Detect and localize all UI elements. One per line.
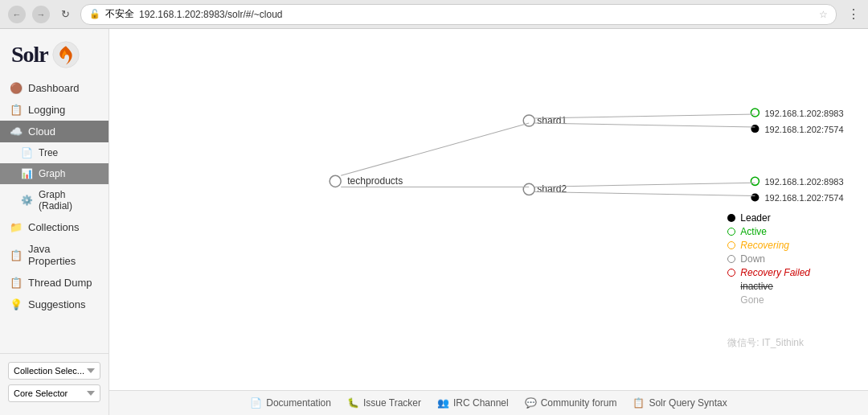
svg-text:shard2: shard2: [537, 183, 567, 195]
gone-label: Gone: [740, 294, 764, 306]
sidebar-item-suggestions[interactable]: 💡 Suggestions: [0, 294, 108, 315]
down-label: Down: [740, 253, 765, 265]
active-label: Active: [740, 226, 767, 237]
svg-line-19: [534, 183, 755, 187]
svg-text:192.168.1.202:7574: 192.168.1.202:7574: [764, 193, 843, 203]
legend: Leader Active Recovering Down Recovery F…: [718, 206, 820, 314]
svg-point-9: [751, 109, 759, 117]
suggestions-icon: 💡: [10, 298, 23, 310]
refresh-button[interactable]: ↻: [56, 6, 74, 23]
sidebar-nav: 🟤 Dashboard 📋 Logging ☁️ Cloud 📄 Tree 📊: [0, 77, 108, 353]
legend-item-recovery-failed: Recovery Failed: [727, 267, 810, 278]
browser-chrome: ← → ↻ 🔓 不安全 192.168.1.202:8983/solr/#/~c…: [0, 0, 868, 29]
svg-point-17: [751, 193, 759, 201]
footer-community-forum[interactable]: 💬 Community forum: [525, 397, 617, 409]
graph-icon: 📊: [21, 168, 33, 179]
leader-label: Leader: [740, 212, 770, 224]
main-content: techproducts shard1 shard2 192.168.1.202…: [109, 29, 868, 415]
recovering-label: Recovering: [740, 240, 789, 251]
security-icon: 🔓: [89, 9, 100, 19]
documentation-icon: 📄: [250, 397, 262, 409]
graph-area: techproducts shard1 shard2 192.168.1.202…: [109, 29, 868, 390]
sidebar-item-java-properties[interactable]: 📋 Java Properties: [0, 238, 108, 272]
legend-item-leader: Leader: [727, 212, 810, 224]
svg-point-11: [751, 125, 759, 133]
tree-icon: 📄: [21, 147, 33, 158]
dashboard-icon: 🟤: [10, 82, 23, 94]
sidebar: Solr 🟤 Dashboard 📋 Logging ☁️ Cloud: [0, 29, 109, 415]
sidebar-footer: Collection Selec... Core Selector: [0, 353, 108, 415]
recovery-failed-circle: [727, 269, 735, 277]
footer-solr-query-syntax[interactable]: 📋 Solr Query Syntax: [633, 397, 727, 409]
logging-icon: 📋: [10, 104, 23, 116]
sidebar-item-dashboard[interactable]: 🟤 Dashboard: [0, 77, 108, 99]
irc-channel-icon: 👥: [437, 397, 449, 409]
java-properties-icon: 📋: [10, 249, 23, 261]
sidebar-item-thread-dump[interactable]: 📋 Thread Dump: [0, 272, 108, 294]
collections-icon: 📁: [10, 221, 23, 233]
svg-point-1: [330, 175, 341, 187]
down-circle: [727, 255, 735, 263]
sidebar-item-graph[interactable]: 📊 Graph: [0, 163, 108, 184]
svg-line-20: [534, 191, 755, 195]
legend-item-recovering: Recovering: [727, 240, 810, 251]
svg-text:192.168.1.202:7574: 192.168.1.202:7574: [764, 125, 843, 134]
active-circle: [727, 228, 735, 236]
footer-issue-tracker[interactable]: 🐛 Issue Tracker: [347, 397, 421, 409]
cloud-icon: ☁️: [10, 125, 23, 138]
recovery-failed-label: Recovery Failed: [740, 267, 810, 278]
svg-text:192.168.1.202:8983: 192.168.1.202:8983: [764, 109, 843, 118]
sidebar-item-graph-radial[interactable]: ⚙️ Graph (Radial): [0, 184, 108, 216]
leader-dot: [727, 214, 735, 222]
browser-menu-icon[interactable]: ⋮: [847, 6, 860, 22]
sidebar-logo: Solr: [0, 29, 108, 77]
community-forum-icon: 💬: [525, 397, 537, 409]
svg-line-13: [534, 114, 755, 118]
address-bar[interactable]: 🔓 不安全 192.168.1.202:8983/solr/#/~cloud ☆: [80, 4, 837, 25]
solr-logo-icon: [51, 40, 80, 69]
legend-item-down: Down: [727, 253, 810, 265]
footer: 📄 Documentation 🐛 Issue Tracker 👥 IRC Ch…: [109, 390, 868, 415]
url-text: 192.168.1.202:8983/solr/#/~cloud: [139, 9, 282, 20]
back-button[interactable]: ←: [8, 6, 26, 23]
core-selector[interactable]: Core Selector: [8, 384, 100, 402]
footer-documentation[interactable]: 📄 Documentation: [250, 397, 331, 409]
app-container: Solr 🟤 Dashboard 📋 Logging ☁️ Cloud: [0, 29, 868, 415]
footer-irc-channel[interactable]: 👥 IRC Channel: [437, 397, 509, 409]
svg-point-15: [751, 177, 759, 185]
forward-button[interactable]: →: [32, 6, 50, 23]
security-label: 不安全: [105, 7, 134, 21]
solr-query-syntax-icon: 📋: [633, 397, 645, 409]
collection-selector[interactable]: Collection Selec...: [8, 362, 100, 380]
legend-item-gone: Gone: [727, 294, 810, 306]
svg-text:techproducts: techproducts: [347, 175, 403, 187]
sidebar-item-cloud[interactable]: ☁️ Cloud: [0, 121, 108, 142]
svg-text:192.168.1.202:8983: 192.168.1.202:8983: [764, 177, 843, 187]
svg-text:shard1: shard1: [537, 115, 567, 126]
svg-line-7: [341, 123, 529, 175]
svg-point-3: [523, 115, 534, 126]
svg-line-14: [534, 123, 755, 127]
issue-tracker-icon: 🐛: [347, 397, 359, 409]
svg-point-5: [523, 183, 534, 195]
sidebar-item-collections[interactable]: 📁 Collections: [0, 216, 108, 238]
legend-item-active: Active: [727, 226, 810, 237]
thread-dump-icon: 📋: [10, 277, 23, 289]
recovering-circle: [727, 241, 735, 249]
logo-text: Solr: [11, 42, 48, 68]
sidebar-item-tree[interactable]: 📄 Tree: [0, 142, 108, 163]
inactive-label: inactive: [740, 281, 773, 292]
bookmark-icon: ☆: [819, 9, 828, 20]
sidebar-item-logging[interactable]: 📋 Logging: [0, 99, 108, 121]
graph-radial-icon: ⚙️: [21, 195, 33, 206]
legend-item-inactive: inactive: [727, 281, 810, 292]
